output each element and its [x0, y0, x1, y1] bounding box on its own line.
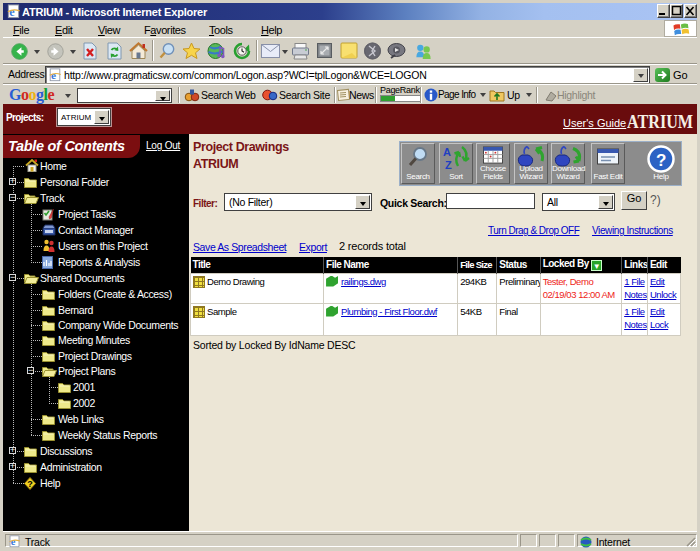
svg-text:A: A	[443, 146, 451, 158]
svg-text:?: ?	[27, 479, 33, 489]
svg-text:e: e	[11, 536, 16, 547]
svg-text:e: e	[51, 69, 56, 81]
svg-text:e: e	[9, 5, 15, 19]
svg-text:Z: Z	[445, 159, 452, 170]
svg-text:?: ?	[656, 151, 666, 170]
